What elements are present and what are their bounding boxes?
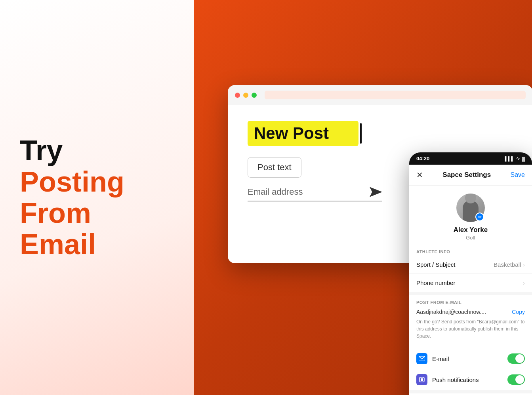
toggle-knob [515, 375, 524, 384]
sport-subject-value: Basketball › [494, 261, 525, 268]
post-from-email-section: POST FROM E-MAIL Aasdjnakdnaj@coachnow..… [409, 292, 532, 348]
toggle-knob [515, 354, 524, 363]
headline: Posting From Email [20, 166, 174, 260]
email-description: On the go? Send posts from "Bcarp@gmail.… [416, 318, 525, 340]
avatar-edit-badge[interactable]: ✏ [475, 213, 484, 221]
svg-rect-2 [421, 378, 423, 381]
left-panel: Try Posting From Email [0, 0, 194, 395]
post-text-button[interactable]: Post text [248, 157, 301, 178]
save-button[interactable]: Save [511, 171, 525, 179]
try-text: Try [20, 135, 174, 166]
battery-icon: ▓ [522, 156, 525, 161]
sport-subject-label: Sport / Subject [416, 261, 455, 268]
dot-red [235, 93, 240, 98]
dot-yellow [243, 93, 248, 98]
email-field-row[interactable]: Email address [248, 186, 382, 201]
dot-green [252, 93, 257, 98]
headline-line1: Posting From [20, 166, 124, 229]
phone-number-label: Phone number [416, 279, 455, 286]
chevron-icon: › [523, 280, 525, 286]
phone-mockup: 04:20 ▌▌▌ ∿ ▓ ✕ Sapce Settings Save ✏ [409, 152, 532, 395]
browser-url-bar [265, 91, 526, 99]
new-post-field [248, 121, 513, 146]
email-address-input[interactable]: Email address [248, 187, 370, 197]
post-from-email-label: POST FROM E-MAIL [416, 300, 525, 305]
athlete-info-label: ATHLETE INFO [409, 246, 532, 256]
email-toggle-row[interactable]: E-mail [409, 348, 532, 369]
browser-titlebar [228, 85, 532, 105]
wifi-icon: ∿ [516, 156, 520, 161]
push-toggle-switch[interactable] [507, 374, 525, 385]
sport-subject-row[interactable]: Sport / Subject Basketball › [409, 256, 532, 274]
transfer-section[interactable]: Transfer Space Ownership [409, 390, 532, 395]
phone-number-row[interactable]: Phone number › [409, 274, 532, 292]
status-icons: ▌▌▌ ∿ ▓ [505, 156, 525, 161]
phone-status-bar: 04:20 ▌▌▌ ∿ ▓ [409, 152, 532, 165]
email-icon [416, 353, 427, 364]
status-time: 04:20 [416, 156, 429, 161]
copy-button[interactable]: Copy [512, 309, 525, 315]
chevron-icon: › [523, 262, 525, 268]
close-button[interactable]: ✕ [416, 170, 423, 180]
email-address-row: Aasdjnakdnaj@coachnow.... Copy [416, 309, 525, 315]
text-cursor [360, 123, 362, 144]
phone-profile: ✏ Alex Yorke Golf [409, 186, 532, 246]
phone-settings-header: ✕ Sapce Settings Save [409, 165, 532, 186]
push-toggle-label: Push notifications [432, 376, 507, 383]
profile-sport: Golf [466, 235, 475, 241]
email-toggle-switch[interactable] [507, 353, 525, 364]
email-toggle-label: E-mail [432, 355, 507, 362]
push-icon [416, 374, 427, 385]
send-icon [370, 186, 382, 198]
push-toggle-row[interactable]: Push notifications [409, 369, 532, 390]
headline-line2: Email [20, 228, 96, 260]
right-panel: Post text Email address 04:20 ▌▌▌ ∿ ▓ ✕ … [194, 0, 532, 395]
signal-icon: ▌▌▌ [505, 156, 514, 161]
settings-title: Sapce Settings [442, 171, 491, 179]
post-email-address: Aasdjnakdnaj@coachnow.... [416, 309, 486, 315]
avatar-head [465, 194, 476, 203]
avatar-wrapper: ✏ [456, 194, 485, 222]
new-post-input[interactable] [248, 121, 358, 146]
profile-name: Alex Yorke [454, 226, 488, 234]
